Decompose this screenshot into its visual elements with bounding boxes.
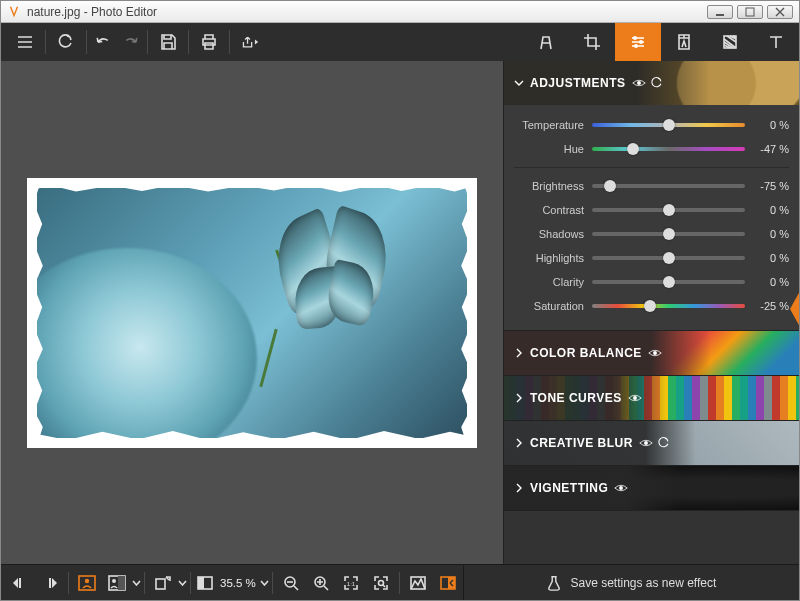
slider-track[interactable] — [592, 208, 745, 212]
app-window: nature.jpg - Photo Editor — [0, 0, 800, 601]
view-dropdown[interactable] — [132, 580, 141, 586]
titlebar: nature.jpg - Photo Editor — [1, 1, 799, 23]
svg-point-7 — [653, 351, 657, 355]
zoom-actual-button[interactable]: 1:1 — [336, 565, 366, 601]
next-image-button[interactable] — [35, 565, 65, 601]
slider-highlights: Highlights0 % — [504, 246, 799, 270]
save-effect-label: Save settings as new effect — [570, 576, 716, 590]
visibility-icon[interactable] — [614, 481, 628, 495]
slider-handle[interactable] — [663, 252, 675, 264]
chevron-right-icon — [514, 483, 524, 493]
visibility-icon[interactable] — [628, 391, 642, 405]
svg-point-6 — [637, 81, 641, 85]
close-button[interactable] — [767, 5, 793, 19]
slider-contrast: Contrast0 % — [504, 198, 799, 222]
save-button[interactable] — [150, 23, 186, 61]
save-as-effect-button[interactable]: Save settings as new effect — [463, 565, 799, 600]
adjustments-sidebar: ADJUSTMENTS Temperature0 %Hue-47 %Bright… — [503, 61, 799, 564]
visibility-icon[interactable] — [639, 436, 653, 450]
svg-rect-27 — [448, 577, 455, 589]
slider-handle[interactable] — [644, 300, 656, 312]
maximize-button[interactable] — [737, 5, 763, 19]
menu-button[interactable] — [7, 23, 43, 61]
visibility-icon[interactable] — [648, 346, 662, 360]
slider-value: 0 % — [745, 228, 789, 240]
slider-shadows: Shadows0 % — [504, 222, 799, 246]
svg-rect-1 — [746, 8, 754, 16]
slider-handle[interactable] — [627, 143, 639, 155]
section-color-balance: COLOR BALANCE — [504, 331, 799, 376]
tab-watermark[interactable] — [661, 23, 707, 61]
window-title: nature.jpg - Photo Editor — [27, 5, 707, 19]
svg-point-24 — [378, 580, 383, 585]
section-label: CREATIVE BLUR — [530, 436, 633, 450]
export-button[interactable] — [232, 23, 268, 61]
adjustments-body: Temperature0 %Hue-47 %Brightness-75 %Con… — [504, 105, 799, 330]
slider-track[interactable] — [592, 280, 745, 284]
slider-track[interactable] — [592, 147, 745, 151]
statusbar: 35.5 % 1:1 Save settings as new effect — [1, 564, 799, 600]
fit-screen-button[interactable] — [194, 565, 216, 601]
tab-crop[interactable] — [569, 23, 615, 61]
redo-button[interactable] — [117, 23, 145, 61]
visibility-icon[interactable] — [632, 76, 646, 90]
svg-rect-11 — [19, 578, 21, 588]
tab-texture[interactable] — [707, 23, 753, 61]
slider-label: Clarity — [514, 276, 592, 288]
view-single-button[interactable] — [72, 565, 102, 601]
reset-icon[interactable] — [650, 76, 664, 90]
zoom-in-button[interactable] — [306, 565, 336, 601]
view-compare-button[interactable] — [102, 565, 132, 601]
section-header-vignetting[interactable]: VIGNETTING — [504, 466, 799, 510]
rotate-button[interactable] — [148, 565, 178, 601]
section-header-creative-blur[interactable]: CREATIVE BLUR — [504, 421, 799, 465]
tab-adjust[interactable] — [615, 23, 661, 61]
chevron-right-icon — [514, 348, 524, 358]
section-header-color-balance[interactable]: COLOR BALANCE — [504, 331, 799, 375]
section-vignetting: VIGNETTING — [504, 466, 799, 511]
tab-text[interactable] — [753, 23, 799, 61]
zoom-fit-button[interactable] — [366, 565, 396, 601]
navigator-button[interactable] — [433, 565, 463, 601]
undo-button[interactable] — [89, 23, 117, 61]
reset-icon[interactable] — [657, 436, 671, 450]
svg-rect-12 — [49, 578, 51, 588]
tab-effects[interactable] — [523, 23, 569, 61]
section-adjustments: ADJUSTMENTS Temperature0 %Hue-47 %Bright… — [504, 61, 799, 331]
zoom-out-button[interactable] — [276, 565, 306, 601]
print-button[interactable] — [191, 23, 227, 61]
rotate-dropdown[interactable] — [178, 580, 187, 586]
section-header-adjustments[interactable]: ADJUSTMENTS — [504, 61, 799, 105]
svg-point-8 — [633, 396, 637, 400]
slider-value: -47 % — [745, 143, 789, 155]
slider-label: Brightness — [514, 180, 592, 192]
section-label: COLOR BALANCE — [530, 346, 642, 360]
histogram-button[interactable] — [403, 565, 433, 601]
slider-handle[interactable] — [663, 119, 675, 131]
minimize-button[interactable] — [707, 5, 733, 19]
slider-track[interactable] — [592, 304, 745, 308]
slider-label: Saturation — [514, 300, 592, 312]
slider-track[interactable] — [592, 184, 745, 188]
chevron-right-icon — [514, 393, 524, 403]
zoom-dropdown[interactable] — [260, 580, 269, 586]
undo-all-button[interactable] — [48, 23, 84, 61]
slider-handle[interactable] — [604, 180, 616, 192]
slider-track[interactable] — [592, 256, 745, 260]
slider-track[interactable] — [592, 232, 745, 236]
section-header-tone-curves[interactable]: TONE CURVES — [504, 376, 799, 420]
svg-point-14 — [85, 578, 89, 582]
slider-handle[interactable] — [663, 204, 675, 216]
canvas-area[interactable] — [1, 61, 503, 564]
slider-value: 0 % — [745, 252, 789, 264]
chevron-down-icon — [514, 78, 524, 88]
slider-value: -75 % — [745, 180, 789, 192]
slider-track[interactable] — [592, 123, 745, 127]
app-icon — [7, 5, 21, 19]
slider-handle[interactable] — [663, 228, 675, 240]
chevron-right-icon — [514, 438, 524, 448]
slider-handle[interactable] — [663, 276, 675, 288]
flask-icon — [546, 575, 562, 591]
section-label: TONE CURVES — [530, 391, 622, 405]
prev-image-button[interactable] — [5, 565, 35, 601]
